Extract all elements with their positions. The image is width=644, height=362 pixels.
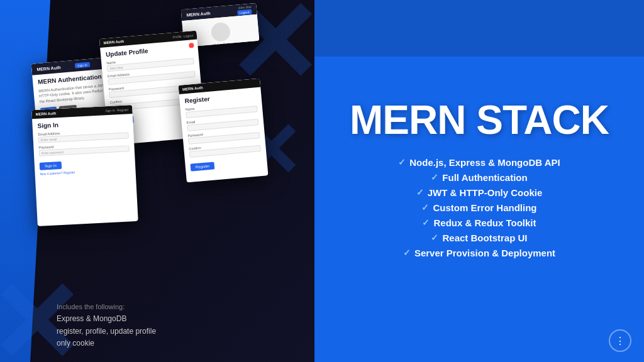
- check-icon-4: ✓: [421, 202, 429, 212]
- feature-item-5: ✓ Redux & Redux Toolkit: [340, 217, 619, 228]
- left-panel: ✕ ✕ ✕ MERN Auth John Doe Logout John Doe…: [0, 0, 314, 362]
- feature-label-6: React Bootstrap UI: [442, 233, 527, 243]
- mock-card-register: MERN Auth Register Name Email Password C…: [178, 79, 268, 183]
- bottom-circle-icon[interactable]: ⋮: [609, 329, 631, 352]
- top-logout-btn: Logout: [237, 9, 252, 15]
- check-icon-1: ✓: [398, 157, 406, 167]
- signin-nav-register: Register: [117, 107, 129, 112]
- check-icon-3: ✓: [416, 187, 424, 197]
- profile-topbar-title: MERN Auth: [103, 40, 124, 45]
- feature-label-3: JWT & HTTP-Only Cookie: [428, 187, 543, 198]
- profile-nav-logout: Logout: [183, 33, 193, 38]
- signin-submit-btn[interactable]: Sign In: [40, 162, 62, 170]
- feature-item-7: ✓ Server Provision & Deployment: [340, 248, 619, 258]
- left-text-content: Includes the following: Express & MongoD…: [0, 290, 314, 362]
- check-icon-2: ✓: [431, 172, 438, 182]
- feature-item-3: ✓ JWT & HTTP-Only Cookie: [340, 187, 619, 198]
- bottom-icon-symbol: ⋮: [615, 335, 625, 347]
- includes-label: Includes the following:: [57, 303, 296, 310]
- check-icon-7: ✓: [403, 248, 411, 258]
- reg-submit-btn[interactable]: Register: [190, 162, 214, 171]
- signin-topbar-title: MERN Auth: [35, 111, 56, 116]
- features-text: Express & MongoDB register, profile, upd…: [57, 313, 296, 349]
- feature-label-5: Redux & Redux Toolkit: [433, 217, 536, 228]
- feature-label-1: Node.js, Express & MongoDB API: [409, 157, 560, 168]
- top-profile-user: John Doe: [238, 4, 252, 9]
- right-top-stripe: [314, 0, 644, 57]
- signin-nav-sign: Sign In: [105, 108, 115, 112]
- mern-stack-title: MERN STACK: [350, 99, 609, 141]
- feature-item-6: ✓ React Bootstrap UI: [340, 233, 619, 243]
- signin-title: Sign In: [37, 118, 128, 129]
- screenshots-area: MERN Auth John Doe Logout John Doe MERN …: [0, 0, 314, 299]
- feature-cookie: only cookie: [57, 339, 94, 348]
- feature-item-4: ✓ Custom Error Handling: [340, 202, 619, 213]
- signin-pw-placeholder: Enter password: [42, 150, 64, 155]
- auth-topbar-title: MERN Auth: [36, 65, 61, 71]
- feature-item-2: ✓ Full Authentication: [340, 172, 619, 183]
- feature-label-2: Full Authentication: [442, 172, 527, 183]
- feature-register-profile: register, profile, update profile: [57, 327, 156, 336]
- register-topbar-title: MERN Auth: [182, 86, 203, 92]
- features-list: ✓ Node.js, Express & MongoDB API ✓ Full …: [340, 157, 619, 263]
- check-icon-6: ✓: [431, 233, 438, 243]
- feature-item-1: ✓ Node.js, Express & MongoDB API: [340, 157, 619, 168]
- auth-signin-nav: Sign In: [75, 62, 90, 69]
- signin-email-placeholder: Enter email: [41, 137, 57, 141]
- profile-nav-link: Profile: [172, 35, 182, 39]
- profile-close-btn: [189, 43, 194, 48]
- feature-label-7: Server Provision & Deployment: [414, 248, 555, 258]
- feature-label-4: Custom Error Handling: [433, 202, 536, 213]
- mock-card-signin: MERN Auth Sign In Register Sign In Email…: [31, 105, 138, 226]
- feature-express-mongodb: Express & MongoDB: [57, 314, 126, 323]
- profile-name-value: John Doe: [109, 65, 123, 70]
- right-panel: MERN STACK ✓ Node.js, Express & MongoDB …: [314, 0, 644, 362]
- check-icon-5: ✓: [422, 217, 430, 228]
